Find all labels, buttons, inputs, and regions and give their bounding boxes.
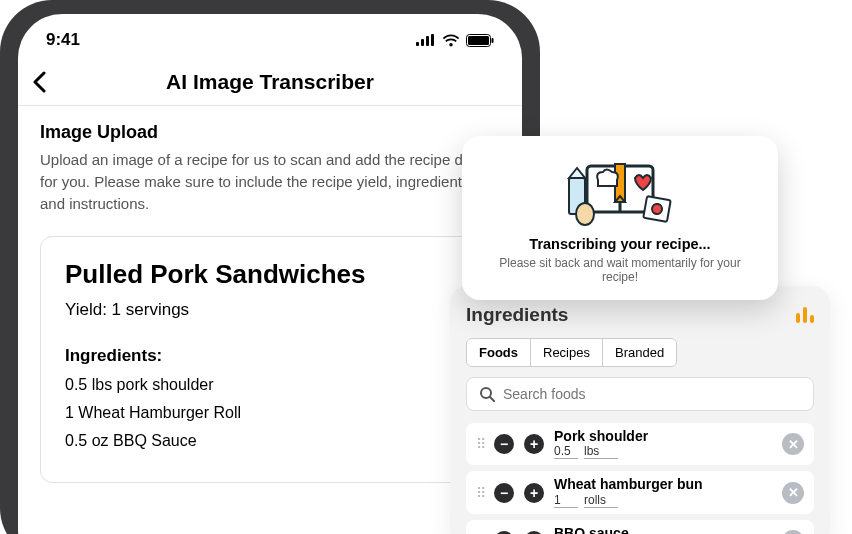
- remove-button[interactable]: ✕: [782, 433, 804, 455]
- ingredient-unit[interactable]: lbs: [584, 444, 618, 459]
- ingredient-line: 0.5 lbs pork shoulder: [65, 376, 475, 394]
- svg-rect-6: [492, 38, 494, 43]
- increment-button[interactable]: +: [524, 434, 544, 454]
- recipe-card: Pulled Pork Sandwiches Yield: 1 servings…: [40, 236, 500, 483]
- ingredient-unit[interactable]: rolls: [584, 493, 618, 508]
- ingredient-row: ⠿ − + Wheat hamburger bun 1 rolls ✕: [466, 471, 814, 513]
- decrement-button[interactable]: −: [494, 483, 514, 503]
- search-icon: [479, 386, 495, 402]
- chevron-left-icon: [32, 71, 46, 93]
- upload-section: Image Upload Upload an image of a recipe…: [18, 106, 522, 214]
- svg-rect-3: [431, 34, 434, 46]
- svg-rect-5: [468, 36, 489, 45]
- svg-rect-1: [421, 39, 424, 46]
- cellular-icon: [416, 34, 436, 46]
- upload-title: Image Upload: [40, 122, 500, 143]
- svg-point-16: [651, 203, 663, 215]
- status-time: 9:41: [46, 30, 80, 50]
- page-title: AI Image Transcriber: [18, 70, 522, 94]
- ingredient-row: ⠿ − + Pork shoulder 0.5 lbs ✕: [466, 423, 814, 465]
- remove-button[interactable]: ✕: [782, 530, 804, 534]
- phone-screen: 9:41 AI Image Transcriber Image Upload U…: [18, 14, 522, 534]
- battery-icon: [466, 34, 494, 47]
- tab-recipes[interactable]: Recipes: [531, 339, 603, 366]
- drag-handle-icon[interactable]: ⠿: [476, 485, 484, 501]
- status-icons: [416, 34, 494, 47]
- tab-branded[interactable]: Branded: [603, 339, 676, 366]
- ingredient-row: ⠿ − + BBQ sauce 0.5 tbsp ✕: [466, 520, 814, 534]
- transcribing-popover: Transcribing your recipe... Please sit b…: [462, 136, 778, 300]
- ingredients-heading: Ingredients:: [65, 346, 475, 366]
- search-box[interactable]: [466, 377, 814, 411]
- increment-button[interactable]: +: [524, 483, 544, 503]
- ingredient-name: Wheat hamburger bun: [554, 477, 772, 492]
- decrement-button[interactable]: −: [494, 434, 514, 454]
- popover-subtitle: Please sit back and wait momentarily for…: [480, 256, 760, 284]
- remove-button[interactable]: ✕: [782, 482, 804, 504]
- tab-foods[interactable]: Foods: [467, 339, 531, 366]
- ingredient-amount[interactable]: 0.5: [554, 444, 578, 459]
- svg-point-14: [576, 203, 594, 225]
- ingredients-panel: Ingredients Foods Recipes Branded ⠿ − + …: [450, 286, 830, 534]
- wifi-icon: [442, 34, 460, 47]
- nav-bar: AI Image Transcriber: [18, 58, 522, 106]
- ingredient-amount[interactable]: 1: [554, 493, 578, 508]
- ingredient-line: 1 Wheat Hamburger Roll: [65, 404, 475, 422]
- drag-handle-icon[interactable]: ⠿: [476, 436, 484, 452]
- popover-title: Transcribing your recipe...: [480, 236, 760, 252]
- svg-rect-0: [416, 42, 419, 46]
- ingredient-line: 0.5 oz BBQ Sauce: [65, 432, 475, 450]
- chart-icon[interactable]: [796, 307, 814, 323]
- recipe-yield: Yield: 1 servings: [65, 300, 475, 320]
- ingredient-name: BBQ sauce: [554, 526, 772, 534]
- recipe-book-illustration: [480, 154, 760, 226]
- status-bar: 9:41: [18, 14, 522, 58]
- svg-line-8: [490, 397, 494, 401]
- ingredients-panel-title: Ingredients: [466, 304, 568, 326]
- upload-description: Upload an image of a recipe for us to sc…: [40, 149, 500, 214]
- ingredient-name: Pork shoulder: [554, 429, 772, 444]
- back-button[interactable]: [32, 71, 46, 93]
- svg-rect-2: [426, 36, 429, 46]
- search-input[interactable]: [503, 386, 801, 402]
- recipe-title: Pulled Pork Sandwiches: [65, 259, 475, 290]
- tab-group: Foods Recipes Branded: [466, 338, 677, 367]
